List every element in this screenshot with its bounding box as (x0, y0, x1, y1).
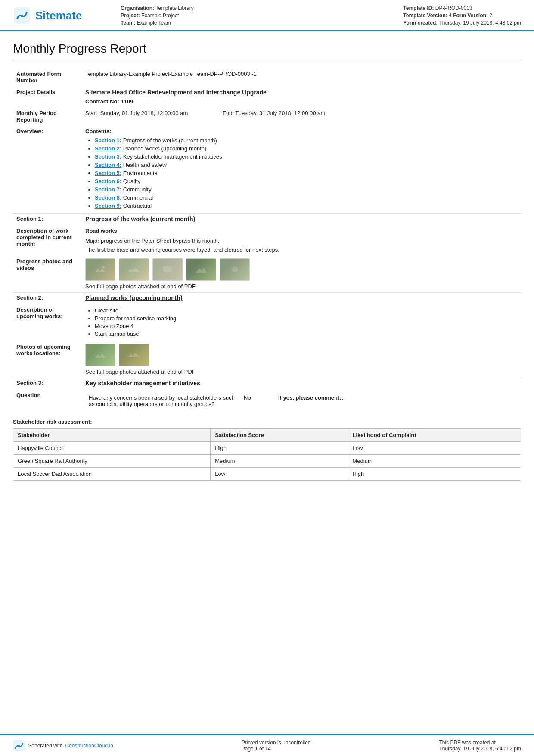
progress-photos-value: See full page photos attached at end of … (82, 256, 521, 293)
upcoming-item-3: Move to Zone 4 (95, 323, 518, 329)
svg-rect-2 (94, 265, 107, 274)
contents-item-5: Section 5: Environmental (95, 170, 518, 176)
satisfaction-2: Medium (211, 455, 348, 468)
report-info-table: Automated Form Number Template Library-E… (13, 68, 521, 412)
work-text2: The first the base and wearing courses w… (85, 247, 518, 253)
table-row: Local Soccer Dad Association Low High (13, 468, 521, 481)
likelihood-1: Low (348, 442, 521, 455)
automated-form-label: Automated Form Number (13, 68, 82, 86)
question-text: Have any concerns been raised by local s… (85, 392, 240, 410)
footer-link[interactable]: ConstructionCloud.io (65, 743, 113, 749)
upcoming-value: Clear site Prepare for road service mark… (82, 304, 521, 341)
stakeholder-name-1: Happyville Council (13, 442, 211, 455)
contents-list: Section 1: Progress of the works (curren… (85, 137, 518, 209)
footer-pdf-created: This PDF was created at (439, 740, 521, 746)
project-details-label: Project Details (13, 86, 82, 107)
contents-item-2: Section 2: Planned works (upcoming month… (95, 145, 518, 152)
svg-point-1 (21, 15, 23, 17)
svg-point-3 (102, 266, 105, 269)
header-meta-left: Organisation: Template Library Project: … (121, 5, 194, 26)
col-satisfaction: Satisfaction Score (211, 429, 348, 442)
question-inner-row: Have any concerns been raised by local s… (85, 392, 518, 410)
section2-link[interactable]: Section 2: (95, 145, 121, 152)
overview-row: Overview: Contents: Section 1: Progress … (13, 125, 521, 214)
section1-title: Progress of the works (current month) (82, 214, 521, 225)
progress-photos-label: Progress photos and videos (13, 256, 82, 293)
likelihood-3: High (348, 468, 521, 481)
work-text1: Major progress on the Peter Street bypas… (85, 237, 518, 244)
report-title: Monthly Progress Report (13, 42, 521, 60)
col-likelihood: Likelihood of Complaint (348, 429, 521, 442)
section2-header-row: Section 2: Planned works (upcoming month… (13, 293, 521, 304)
footer-pdf-date: Thursday, 19 July 2018, 5:40:02 pm (439, 746, 521, 752)
overview-value: Contents: Section 1: Progress of the wor… (82, 125, 521, 214)
contents-item-3: Section 3: Key stakeholder management in… (95, 153, 518, 160)
period-start: Start: Sunday, 01 July 2018, 12:00:00 am (85, 110, 188, 116)
question-value: Have any concerns been raised by local s… (82, 389, 521, 412)
upcoming-works-row: Description of upcoming works: Clear sit… (13, 304, 521, 341)
svg-rect-6 (163, 266, 172, 272)
work-value: Road works Major progress on the Peter S… (82, 225, 521, 256)
header-meta-right: Template ID: DP-PROD-0003 Template Versi… (403, 5, 521, 26)
footer-right: This PDF was created at Thursday, 19 Jul… (439, 740, 521, 752)
organisation-line: Organisation: Template Library (121, 5, 194, 11)
footer-page-text: Page 1 of 14 (242, 746, 311, 752)
section3-title: Key stakeholder management initiatives (82, 378, 521, 390)
upcoming-photos-row: Photos of upcoming works locations: See … (13, 341, 521, 378)
section3-link[interactable]: Section 3: (95, 153, 121, 160)
likelihood-2: Medium (348, 455, 521, 468)
section8-link[interactable]: Section 8: (95, 194, 121, 201)
table-row: Green Square Rail Authority Medium Mediu… (13, 455, 521, 468)
section4-link[interactable]: Section 4: (95, 162, 121, 168)
svg-rect-11 (127, 350, 140, 359)
project-details-row: Project Details Sitemate Head Office Red… (13, 86, 521, 107)
section6-link[interactable]: Section 6: (95, 178, 121, 184)
section3-header-row: Section 3: Key stakeholder management in… (13, 378, 521, 390)
page: Sitemate Organisation: Template Library … (0, 0, 534, 756)
photo-thumb-3 (152, 258, 183, 281)
section2-title: Planned works (upcoming month) (82, 293, 521, 304)
section1-label: Section 1: (13, 214, 82, 225)
footer-printed-text: Printed version is uncontrolled (242, 740, 311, 746)
footer-logo-icon (13, 740, 25, 752)
automated-form-row: Automated Form Number Template Library-E… (13, 68, 521, 86)
question-answer: No (240, 392, 275, 410)
section1-link[interactable]: Section 1: (95, 137, 121, 144)
stakeholder-table: Stakeholder Satisfaction Score Likelihoo… (13, 428, 521, 481)
upcoming-photos-caption: See full page photos attached at end of … (85, 369, 518, 375)
main-content: Monthly Progress Report Automated Form N… (0, 31, 534, 734)
section5-link[interactable]: Section 5: (95, 170, 121, 176)
template-id-line: Template ID: DP-PROD-0003 (403, 5, 521, 11)
period-row: Monthly Period Reporting Start: Sunday, … (13, 107, 521, 125)
section3-label: Section 3: (13, 378, 82, 390)
upcoming-item-2: Prepare for road service marking (95, 315, 518, 322)
section9-link[interactable]: Section 9: (95, 203, 121, 209)
stakeholder-name-3: Local Soccer Dad Association (13, 468, 211, 481)
contents-item-1: Section 1: Progress of the works (curren… (95, 137, 518, 144)
photos-caption: See full page photos attached at end of … (85, 283, 518, 290)
satisfaction-3: Low (211, 468, 348, 481)
template-version-line: Template Version: 4 Form Version: 2 (403, 12, 521, 19)
upcoming-photos-label: Photos of upcoming works locations: (13, 341, 82, 378)
footer-center: Printed version is uncontrolled Page 1 o… (242, 740, 311, 752)
period-value: Start: Sunday, 01 July 2018, 12:00:00 am… (82, 107, 521, 125)
logo-area: Sitemate (13, 5, 108, 26)
svg-rect-4 (127, 265, 140, 274)
stakeholder-table-head: Stakeholder Satisfaction Score Likelihoo… (13, 429, 521, 442)
footer-generated-text: Generated with (28, 743, 62, 749)
period-label: Monthly Period Reporting (13, 107, 82, 125)
work-subtitle: Road works (85, 228, 117, 234)
photo-thumb-5 (220, 258, 250, 281)
upcoming-photo-thumb-2 (119, 344, 149, 366)
upcoming-photos-value: See full page photos attached at end of … (82, 341, 521, 378)
satisfaction-1: High (211, 442, 348, 455)
header-meta: Organisation: Template Library Project: … (108, 5, 521, 26)
stakeholder-table-body: Happyville Council High Low Green Square… (13, 442, 521, 481)
svg-point-13 (18, 745, 20, 747)
question-if-yes: If yes, please comment:: (275, 392, 518, 410)
stakeholder-section-label: Stakeholder risk assessment: (13, 419, 92, 425)
question-row: Question Have any concerns been raised b… (13, 389, 521, 412)
upcoming-item-1: Clear site (95, 307, 518, 314)
section7-link[interactable]: Section 7: (95, 186, 121, 193)
section2-label: Section 2: (13, 293, 82, 304)
